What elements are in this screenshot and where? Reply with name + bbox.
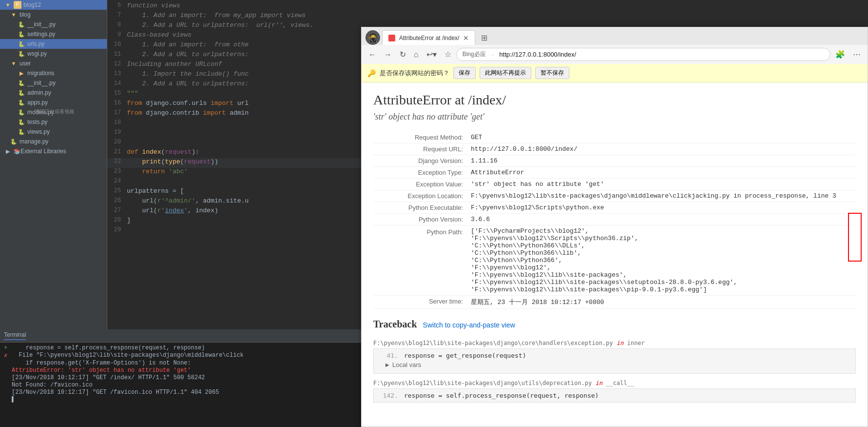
detail-row-py-path: Python Path: ['F:\\PycharmProjects\\blog…	[373, 225, 856, 296]
local-vars-toggle[interactable]: ▶ Local vars	[380, 359, 849, 370]
detail-value: 星期五, 23 十一月 2018 10:12:17 +0800	[471, 298, 604, 306]
sidebar-item-external[interactable]: ▶ 📚 External Libraries	[0, 146, 107, 156]
detail-value: 1.11.16	[471, 157, 498, 164]
traceback-code-line: 142. response = self.process_response(re…	[380, 392, 849, 399]
traceback-code-block-1: 41. response = get_response(request) ▶ L…	[373, 348, 856, 374]
sidebar-item-migrations[interactable]: ▶ migrations	[0, 68, 107, 78]
detail-label: Request URL:	[373, 145, 471, 153]
bookmark-button[interactable]: ☆	[442, 48, 454, 61]
sidebar-label: user	[20, 60, 31, 67]
sidebar-label: __init__.py	[27, 21, 56, 28]
error-page-subtitle: 'str' object has no attribute 'get'	[373, 112, 856, 122]
save-password-button[interactable]: 保存	[453, 67, 476, 79]
terminal-text: if response.get('X-Frame-Options') is no…	[12, 360, 191, 366]
detail-label: Request Method:	[373, 134, 471, 141]
tab-title: AttributeError at /index/	[399, 35, 459, 41]
address-url[interactable]: http://127.0.0.1:8000/index/	[499, 51, 824, 58]
line-number: 28	[107, 217, 127, 226]
line-number: 6	[107, 2, 127, 12]
code-content: response = self.process_response(request…	[404, 392, 599, 399]
line-number: 14	[107, 80, 127, 90]
sidebar-item-blog12[interactable]: ▼ P blog12	[0, 0, 107, 10]
sidebar-label: __init__.py	[27, 80, 56, 86]
reload-button[interactable]: ↻	[397, 48, 409, 61]
browser-toolbar: ← → ↻ ⌂ ↩▾ ☆ Bing必应 · http://127.0.0.1:8…	[362, 45, 868, 64]
detail-row-exc-value: Exception Value: 'str' object has no att…	[373, 179, 856, 190]
detail-row-django: Django Version: 1.11.16	[373, 155, 856, 167]
line-number: 9	[107, 31, 127, 41]
py-file-icon: 🐍	[18, 79, 25, 87]
sidebar-item-settings[interactable]: 🐍 settings.py	[0, 29, 107, 39]
sidebar-item-models[interactable]: 🐍 models.py 9862正在观看视频	[0, 107, 107, 117]
folder-open-icon: ▼	[10, 11, 18, 19]
traceback-copy-link[interactable]: Switch to copy-and-paste view	[423, 321, 515, 329]
sidebar-item-urls[interactable]: 🐍 urls.py	[0, 39, 107, 49]
not-now-button[interactable]: 暂不保存	[535, 67, 569, 79]
line-number: 7	[107, 12, 127, 21]
history-back-button[interactable]: ↩▾	[424, 48, 440, 61]
sidebar-label: admin.py	[27, 89, 51, 96]
line-number: 19	[107, 129, 127, 139]
browser-address-bar[interactable]: Bing必应 · http://127.0.0.1:8000/index/	[456, 48, 830, 61]
forward-button[interactable]: →	[381, 48, 395, 61]
sidebar-label: apps.py	[27, 99, 48, 106]
browser-tab-active[interactable]: AttributeError at /index/ ✕	[382, 30, 475, 45]
line-number: 15	[107, 90, 127, 100]
line-content: function views	[127, 2, 868, 12]
browser-grid-icon[interactable]: ⊞	[481, 33, 487, 42]
traceback-header: Traceback Switch to copy-and-paste view	[373, 319, 856, 334]
detail-value: 3.6.6	[471, 216, 490, 223]
sidebar-item-admin[interactable]: 🐍 admin.py	[0, 88, 107, 98]
py-file-icon: 🐍	[18, 20, 25, 28]
detail-value: 'str' object has no attribute 'get'	[471, 181, 604, 188]
detail-row-server-time: Server time: 星期五, 23 十一月 2018 10:12:17 +…	[373, 296, 856, 309]
py-file-icon: 🐍	[10, 138, 18, 145]
code-line: 6 function views	[107, 2, 868, 12]
detail-label: Django Version:	[373, 157, 471, 164]
more-button[interactable]: ⋯	[850, 48, 864, 61]
terminal-tab[interactable]: Terminal	[4, 331, 26, 340]
terminal-text-error: AttributeError: 'str' object has no attr…	[12, 367, 191, 374]
extension-button[interactable]: 🧩	[832, 48, 848, 61]
sidebar-item-init-blog[interactable]: 🐍 __init__.py	[0, 20, 107, 29]
line-number: 25	[107, 187, 127, 197]
py-file-icon: 🐍	[18, 50, 25, 58]
traceback-code-block-2: 142. response = self.process_response(re…	[373, 388, 856, 403]
tab-close-button[interactable]: ✕	[463, 34, 469, 42]
sidebar-item-manage[interactable]: 🐍 manage.py	[0, 137, 107, 146]
address-divider: ·	[492, 51, 494, 58]
sidebar-item-tests[interactable]: 🐍 tests.py	[0, 117, 107, 127]
line-number: 11	[107, 51, 127, 61]
sidebar-item-init-user[interactable]: 🐍 __init__.py	[0, 78, 107, 88]
py-file-icon: 🐍	[18, 40, 25, 48]
py-file-icon: 🐍	[18, 118, 25, 126]
terminal-prompt[interactable]: ▌	[12, 396, 15, 403]
folder-icon: ▶	[4, 147, 12, 155]
err-icon: ✗	[4, 352, 12, 359]
line-number: 10	[107, 41, 127, 51]
sidebar-label: blog12	[23, 1, 41, 8]
py-file-icon: 🐍	[18, 30, 25, 38]
back-button[interactable]: ←	[365, 48, 379, 61]
sidebar-item-user[interactable]: ▼ user	[0, 59, 107, 68]
detail-label: Exception Value:	[373, 181, 471, 188]
in-keyword-2: in	[595, 380, 606, 386]
code-line: 7 1. Add an import: from my_app import v…	[107, 12, 868, 21]
traceback-code-line: 41. response = get_response(request)	[380, 352, 849, 359]
triangle-icon: ▶	[385, 362, 389, 367]
sidebar-item-apps[interactable]: 🐍 apps.py	[0, 98, 107, 107]
line-number: 23	[107, 168, 127, 178]
sidebar-label: manage.py	[20, 138, 48, 145]
home-button[interactable]: ⌂	[411, 48, 422, 61]
sidebar-item-views[interactable]: 🐍 views.py	[0, 127, 107, 137]
browser-avatar: 🥷	[365, 30, 380, 45]
error-page-title: AttributeError at /index/	[373, 92, 856, 108]
never-save-button[interactable]: 此网站不再提示	[480, 67, 531, 79]
sidebar-item-blog[interactable]: ▼ blog	[0, 10, 107, 20]
sidebar-item-wsgi[interactable]: 🐍 wsgi.py	[0, 49, 107, 59]
in-keyword: in	[617, 340, 627, 346]
ok-icon: +	[4, 345, 12, 351]
error-page-content: AttributeError at /index/ 'str' object h…	[362, 82, 868, 427]
sidebar-label: tests.py	[27, 119, 47, 125]
detail-label: Exception Location:	[373, 192, 471, 200]
